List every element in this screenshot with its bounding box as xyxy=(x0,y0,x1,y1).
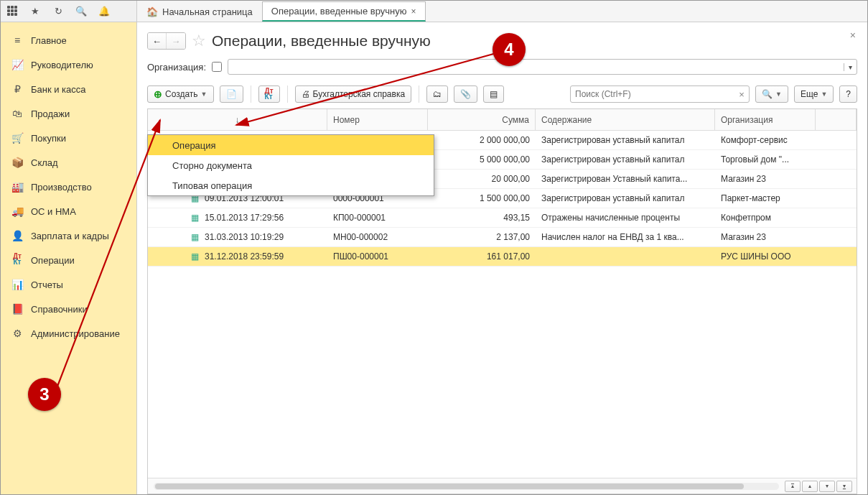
print-button[interactable]: 🖨 Бухгалтерская справка xyxy=(295,85,412,103)
sidebar-icon: 📦 xyxy=(11,157,24,168)
search-input[interactable] xyxy=(571,89,734,99)
col-org[interactable]: Организация xyxy=(715,109,816,130)
dropdown-item-operation[interactable]: Операция xyxy=(148,135,434,155)
sidebar-icon: 👤 xyxy=(11,230,24,241)
sidebar-icon: 📕 xyxy=(11,303,24,315)
col-sum[interactable]: Сумма xyxy=(428,109,536,130)
nav-forward-button[interactable]: → xyxy=(167,33,185,49)
sidebar-item-5[interactable]: 📦Склад xyxy=(1,150,136,175)
dtKt-button[interactable]: ДтКт xyxy=(258,85,280,103)
sidebar-label: Продажи xyxy=(31,108,70,119)
page-title: Операции, введенные вручную xyxy=(212,32,431,50)
dtKt-icon: ДтКт xyxy=(265,88,274,100)
sidebar-icon: 📊 xyxy=(11,279,24,290)
sidebar-label: ОС и НМА xyxy=(31,206,76,217)
sidebar-item-0[interactable]: ≡Главное xyxy=(1,28,136,52)
clear-search-icon[interactable]: × xyxy=(734,89,749,100)
col-date[interactable]: Дата↓ xyxy=(148,109,327,130)
apps-grid-icon[interactable] xyxy=(4,3,21,20)
create-button[interactable]: ⊕ Создать ▼ xyxy=(147,85,214,103)
sidebar-label: Покупки xyxy=(31,133,66,144)
find-button[interactable]: 🔍▼ xyxy=(755,85,788,103)
favorite-toggle-icon[interactable]: ☆ xyxy=(192,32,206,50)
sidebar-item-8[interactable]: 👤Зарплата и кадры xyxy=(1,223,136,248)
table-row[interactable]: ▦31.03.2013 10:19:29МН00-0000022 137,00Н… xyxy=(148,228,857,247)
callout-4: 4 xyxy=(493,33,526,66)
dropdown-item-storno[interactable]: Сторно документа xyxy=(148,155,434,175)
org-select[interactable]: ▾ xyxy=(228,59,857,75)
sidebar-label: Операции xyxy=(31,255,75,266)
sidebar-label: Зарплата и кадры xyxy=(31,231,109,241)
sidebar-item-6[interactable]: 🏭Производство xyxy=(1,175,136,199)
sidebar-label: Главное xyxy=(31,35,67,46)
tab-home-label: Начальная страница xyxy=(162,6,253,17)
tab-operations[interactable]: Операции, введенные вручную × xyxy=(262,1,426,22)
sidebar-item-4[interactable]: 🛒Покупки xyxy=(1,126,136,150)
chevron-down-icon: ▼ xyxy=(201,91,207,98)
bell-icon[interactable]: 🔔 xyxy=(95,3,113,20)
copy-button[interactable]: 📄 xyxy=(220,85,243,103)
scroll-down-button[interactable]: ▾ xyxy=(819,481,835,492)
sidebar-item-2[interactable]: ₽Банк и касса xyxy=(1,77,136,101)
document-icon: ▦ xyxy=(191,251,199,262)
sidebar-icon: 🏭 xyxy=(11,181,24,193)
table-row[interactable]: ▦31.12.2018 23:59:59ПШ00-000001161 017,0… xyxy=(148,247,857,267)
sidebar-item-3[interactable]: 🛍Продажи xyxy=(1,101,136,126)
create-label: Создать xyxy=(165,89,198,99)
search-box: × xyxy=(570,85,750,103)
home-icon: 🏠 xyxy=(146,6,158,17)
list-button[interactable]: ▤ xyxy=(483,85,504,103)
callout-3: 3 xyxy=(28,378,61,411)
sidebar: ≡Главное📈Руководителю₽Банк и касса🛍Прода… xyxy=(1,22,137,494)
register-icon: 🗂 xyxy=(433,89,442,99)
chevron-down-icon[interactable]: ▾ xyxy=(844,63,857,71)
sidebar-label: Склад xyxy=(31,157,58,168)
sidebar-item-12[interactable]: ⚙Администрирование xyxy=(1,321,136,346)
scroll-bottom-button[interactable]: ▾̲ xyxy=(836,481,852,492)
sidebar-label: Производство xyxy=(31,182,92,193)
magnifier-icon: 🔍 xyxy=(762,89,773,99)
dropdown-item-typed[interactable]: Типовая операция xyxy=(148,175,434,195)
list-icon: ▤ xyxy=(490,89,498,99)
sidebar-icon: ДтКт xyxy=(11,254,24,267)
history-icon[interactable]: ↻ xyxy=(50,3,67,20)
close-page-icon[interactable]: × xyxy=(850,29,856,41)
sidebar-icon: ⚙ xyxy=(11,328,24,339)
sidebar-icon: ₽ xyxy=(11,83,24,95)
sidebar-item-7[interactable]: 🚚ОС и НМА xyxy=(1,199,136,223)
document-icon: ▦ xyxy=(191,232,199,242)
col-number[interactable]: Номер xyxy=(327,109,428,130)
table-row[interactable]: ▦15.01.2013 17:29:56КП00-000001493,15Отр… xyxy=(148,208,857,228)
more-label: Еще xyxy=(801,89,818,99)
h-scrollbar[interactable] xyxy=(154,483,779,490)
sidebar-label: Руководителю xyxy=(31,60,93,70)
document-icon: ▦ xyxy=(191,213,199,223)
more-button[interactable]: Еще ▼ xyxy=(794,85,834,103)
sidebar-label: Отчеты xyxy=(31,279,63,290)
create-dropdown: Операция Сторно документа Типовая операц… xyxy=(147,134,434,196)
sidebar-item-1[interactable]: 📈Руководителю xyxy=(1,52,136,77)
org-filter-checkbox[interactable] xyxy=(212,62,222,72)
sidebar-label: Справочники xyxy=(31,304,88,315)
close-icon[interactable]: × xyxy=(411,6,416,17)
attach-button[interactable]: 📎 xyxy=(454,85,477,103)
scroll-up-button[interactable]: ▴ xyxy=(802,481,818,492)
col-desc[interactable]: Содержание xyxy=(536,109,715,130)
print-icon: 🖨 xyxy=(302,89,310,99)
favorite-star-icon[interactable]: ★ xyxy=(27,3,44,20)
nav-back-button[interactable]: ← xyxy=(148,33,167,49)
sidebar-label: Банк и касса xyxy=(31,84,86,95)
scroll-top-button[interactable]: ▴̅ xyxy=(785,481,801,492)
sidebar-icon: ≡ xyxy=(11,34,24,46)
sidebar-item-9[interactable]: ДтКтОперации xyxy=(1,248,136,272)
sidebar-item-11[interactable]: 📕Справочники xyxy=(1,297,136,321)
tab-home[interactable]: 🏠 Начальная страница xyxy=(137,1,262,22)
sidebar-item-10[interactable]: 📊Отчеты xyxy=(1,272,136,297)
help-button[interactable]: ? xyxy=(839,85,857,103)
org-label: Организация: xyxy=(147,62,206,73)
sidebar-icon: 🚚 xyxy=(11,205,24,217)
nav-arrows: ← → xyxy=(147,32,186,50)
search-icon[interactable]: 🔍 xyxy=(73,3,90,20)
print-label: Бухгалтерская справка xyxy=(313,89,406,99)
register-button[interactable]: 🗂 xyxy=(426,85,448,103)
